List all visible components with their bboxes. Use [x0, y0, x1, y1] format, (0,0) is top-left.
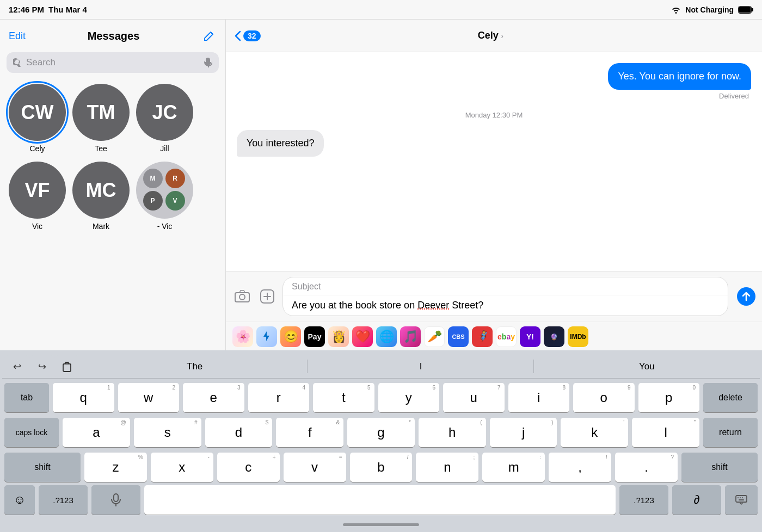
- suggestion-the[interactable]: The: [82, 355, 308, 378]
- photos-app-icon[interactable]: 🌸: [232, 326, 253, 347]
- key-c[interactable]: +c: [217, 453, 280, 482]
- search-icon: [13, 58, 22, 67]
- key-q[interactable]: 1q: [53, 383, 114, 412]
- key-h[interactable]: (h: [419, 418, 486, 447]
- key-period[interactable]: ?.: [615, 453, 678, 482]
- avatar-jc: JC: [136, 84, 193, 141]
- contact-mc[interactable]: MC Mark: [72, 162, 130, 231]
- scribble-key[interactable]: ∂: [672, 485, 721, 515]
- key-x[interactable]: -x: [151, 453, 213, 482]
- cbs-app-icon[interactable]: CBS: [448, 326, 469, 347]
- contact-multi[interactable]: M R P V - Vic: [136, 162, 193, 231]
- appstore-button[interactable]: [257, 287, 277, 306]
- key-w[interactable]: 2w: [118, 383, 180, 412]
- shift-left-key[interactable]: shift: [4, 453, 81, 482]
- emoji-key[interactable]: ☺: [4, 485, 35, 515]
- home-bar: [343, 523, 419, 526]
- undo-button[interactable]: ↩: [4, 355, 29, 378]
- memoji-app-icon[interactable]: 😊: [280, 326, 301, 347]
- yahoo-app-icon[interactable]: Y!: [520, 326, 540, 347]
- key-t[interactable]: 5t: [313, 383, 374, 412]
- key-l[interactable]: "l: [632, 418, 699, 447]
- status-bar: 12:46 PM Thu Mar 4 Not Charging: [0, 0, 762, 20]
- contact-vf[interactable]: VF Vic: [9, 162, 66, 231]
- marvel-app-icon[interactable]: 🦸: [472, 326, 493, 347]
- message-bubble-sent: Yes. You can ignore for now.: [608, 63, 751, 90]
- underlined-word: Deever: [417, 300, 449, 311]
- key-u[interactable]: 7u: [443, 383, 505, 412]
- numbers-left-key[interactable]: .?123: [39, 485, 88, 515]
- status-left: 12:46 PM Thu Mar 4: [9, 5, 87, 14]
- key-rows: tab 1q 2w 3e 4r 5t 6y 7u 8i 9o 0p delete…: [2, 383, 760, 482]
- appstore-app-icon[interactable]: [256, 326, 277, 347]
- contact-jc[interactable]: JC Jill: [136, 84, 193, 153]
- key-d[interactable]: $d: [205, 418, 273, 447]
- key-g[interactable]: *g: [347, 418, 415, 447]
- bottom-row: ☺ .?123 .?123 ∂: [2, 485, 760, 515]
- avatar-vf: VF: [9, 162, 66, 219]
- darksky-app-icon[interactable]: 🔮: [544, 326, 564, 347]
- search-bar[interactable]: Search: [7, 52, 219, 73]
- space-key[interactable]: [144, 485, 616, 515]
- edit-button[interactable]: Edit: [9, 30, 26, 42]
- contact-name-vf: Vic: [32, 222, 42, 231]
- key-p[interactable]: 0p: [638, 383, 700, 412]
- ebay-app-icon[interactable]: ebay: [496, 326, 517, 347]
- applepay-app-icon[interactable]: Pay: [304, 326, 325, 347]
- chat-name-area[interactable]: Cely ›: [267, 30, 714, 41]
- numbers-right-key[interactable]: .?123: [619, 485, 668, 515]
- key-b[interactable]: /b: [350, 453, 413, 482]
- search-placeholder: Search: [26, 57, 199, 68]
- wifi-icon: [671, 6, 681, 14]
- pinned-contacts-row2: VF Vic MC Mark M R P V - Vic: [0, 162, 225, 239]
- instacart-app-icon[interactable]: 🥕: [424, 326, 445, 347]
- key-r[interactable]: 4r: [248, 383, 310, 412]
- memoji2-app-icon[interactable]: 👸: [328, 326, 349, 347]
- key-f[interactable]: &f: [276, 418, 343, 447]
- key-n[interactable]: ;n: [416, 453, 478, 482]
- messages-header: Edit Messages: [0, 20, 225, 52]
- key-e[interactable]: 3e: [183, 383, 244, 412]
- contact-tm[interactable]: TM Tee: [72, 84, 130, 153]
- input-area: Subject Are you at the book store on Dee…: [226, 271, 762, 321]
- key-a[interactable]: @a: [63, 418, 130, 447]
- compose-button[interactable]: [201, 28, 217, 44]
- shift-right-key[interactable]: shift: [681, 453, 758, 482]
- contact-cw[interactable]: CW Cely: [9, 84, 66, 153]
- imdb-app-icon[interactable]: IMDb: [568, 326, 588, 347]
- key-m[interactable]: :m: [482, 453, 545, 482]
- delete-key[interactable]: delete: [703, 383, 758, 412]
- key-comma[interactable]: !,: [549, 453, 611, 482]
- heart-app-icon[interactable]: ❤️: [352, 326, 373, 347]
- message-timestamp: Monday 12:30 PM: [237, 111, 751, 119]
- key-row-2: caps lock @a #s $d &f *g (h )j 'k "l ret…: [4, 418, 758, 447]
- music-app-icon[interactable]: 🎵: [400, 326, 421, 347]
- key-v[interactable]: =v: [284, 453, 346, 482]
- back-button[interactable]: 32: [235, 30, 261, 41]
- browser-app-icon[interactable]: 🌐: [376, 326, 397, 347]
- back-count: 32: [243, 30, 261, 41]
- paste-button[interactable]: [54, 355, 79, 378]
- suggestion-you[interactable]: You: [534, 355, 760, 378]
- key-j[interactable]: )j: [490, 418, 557, 447]
- key-y[interactable]: 6y: [378, 383, 440, 412]
- tab-key[interactable]: tab: [4, 383, 49, 412]
- key-i[interactable]: 8i: [508, 383, 570, 412]
- keyboard-dismiss-key[interactable]: [725, 485, 758, 515]
- key-z[interactable]: %z: [84, 453, 147, 482]
- capslock-key[interactable]: caps lock: [4, 418, 59, 447]
- mic-key[interactable]: [91, 485, 140, 515]
- key-k[interactable]: 'k: [561, 418, 628, 447]
- keyboard: ↩ ↪ The I You tab 1q 2w 3e 4r 5t 6y 7u: [0, 350, 762, 517]
- left-panel: Edit Messages Search CW Cely: [0, 20, 226, 350]
- camera-button[interactable]: [232, 287, 252, 306]
- text-input-container[interactable]: Subject Are you at the book store on Dee…: [282, 277, 728, 316]
- chat-contact-name: Cely: [478, 30, 499, 41]
- pinned-contacts-row1: CW Cely TM Tee JC Jill: [0, 79, 225, 162]
- key-s[interactable]: #s: [134, 418, 201, 447]
- redo-button[interactable]: ↪: [29, 355, 54, 378]
- return-key[interactable]: return: [703, 418, 758, 447]
- suggestion-i[interactable]: I: [308, 355, 533, 378]
- key-o[interactable]: 9o: [573, 383, 635, 412]
- send-button[interactable]: [737, 287, 755, 306]
